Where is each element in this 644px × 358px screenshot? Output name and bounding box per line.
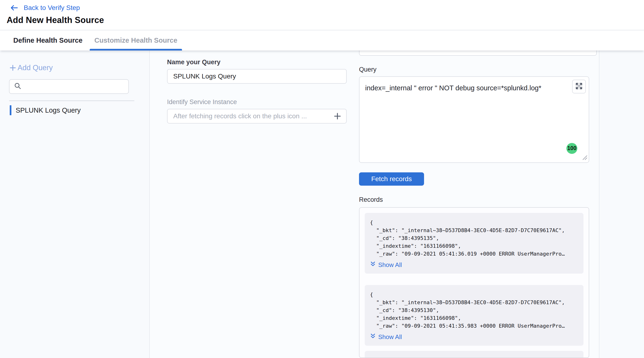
sidebar-item-splunk-logs-query[interactable]: SPLUNK Logs Query xyxy=(9,105,149,115)
page: Back to Verify Step Add New Health Sourc… xyxy=(0,0,644,358)
records-label: Records xyxy=(359,196,589,203)
record-card-partial xyxy=(365,351,584,358)
add-query-label: Add Query xyxy=(18,63,53,72)
query-name-column: Name your Query Identify Service Instanc… xyxy=(167,50,347,358)
record-count-badge: 100 xyxy=(566,143,577,154)
selected-indicator-bar xyxy=(10,105,12,115)
service-instance-input[interactable] xyxy=(167,109,347,123)
search-icon xyxy=(14,82,22,91)
back-link[interactable]: Back to Verify Step xyxy=(10,3,644,13)
add-service-instance-icon[interactable] xyxy=(334,112,342,120)
show-all-label: Show All xyxy=(378,261,402,269)
query-item-label: SPLUNK Logs Query xyxy=(16,106,81,114)
plus-icon xyxy=(9,64,16,72)
tab-define-label: Define Health Source xyxy=(13,36,82,44)
record-card: { "_bkt": "_internal~38~D537D8B4-3EC0-4D… xyxy=(365,213,584,274)
clipped-field-above[interactable] xyxy=(359,50,597,56)
double-chevron-down-icon xyxy=(370,261,376,269)
resize-grip-icon[interactable] xyxy=(581,154,588,161)
record-json: { "_bkt": "_internal~38~D537D8B4-3EC0-4D… xyxy=(370,219,578,258)
tab-define-health-source[interactable]: Define Health Source xyxy=(8,30,87,50)
query-search-input[interactable] xyxy=(25,83,125,91)
active-tab-underline xyxy=(90,49,182,50)
tab-bar: Define Health Source Customize Health So… xyxy=(0,30,644,50)
page-title: Add New Health Source xyxy=(7,15,644,25)
right-panel-edge xyxy=(599,50,644,358)
query-label: Query xyxy=(359,66,589,73)
show-all-label: Show All xyxy=(378,333,402,341)
query-editor-column: Query index=_internal " error " NOT debu… xyxy=(359,50,589,358)
show-all-link[interactable]: Show All xyxy=(370,261,402,269)
query-name-input[interactable] xyxy=(167,69,347,84)
back-arrow-icon xyxy=(10,4,18,12)
content-area: Add Query SPLUNK Logs Query xyxy=(0,50,644,358)
maximize-icon xyxy=(575,82,583,91)
show-all-link[interactable]: Show All xyxy=(370,333,402,341)
back-link-label: Back to Verify Step xyxy=(24,4,80,12)
expand-query-button[interactable] xyxy=(572,80,586,93)
record-card: { "_bkt": "_internal~38~D537D8B4-3EC0-4D… xyxy=(365,285,584,346)
records-container: { "_bkt": "_internal~38~D537D8B4-3EC0-4D… xyxy=(359,207,589,358)
record-json: { "_bkt": "_internal~38~D537D8B4-3EC0-4D… xyxy=(370,291,578,330)
tab-customize-label: Customize Health Source xyxy=(94,36,178,44)
name-query-label: Name your Query xyxy=(167,58,347,66)
query-text[interactable]: index=_internal " error " NOT debug sour… xyxy=(360,77,589,92)
query-sidebar: Add Query SPLUNK Logs Query xyxy=(0,50,150,358)
main-panel: Name your Query Identify Service Instanc… xyxy=(150,50,599,358)
service-instance-label: Identify Service Instance xyxy=(167,98,347,106)
page-header: Back to Verify Step Add New Health Sourc… xyxy=(0,0,644,30)
tab-customize-health-source[interactable]: Customize Health Source xyxy=(90,30,182,50)
service-instance-field xyxy=(167,109,347,123)
fetch-records-button[interactable]: Fetch records xyxy=(359,172,424,186)
double-chevron-down-icon xyxy=(370,333,376,341)
query-search-box[interactable] xyxy=(9,79,129,94)
query-editor[interactable]: index=_internal " error " NOT debug sour… xyxy=(359,76,589,163)
add-query-button[interactable]: Add Query xyxy=(9,63,53,72)
sidebar-divider xyxy=(9,100,134,101)
